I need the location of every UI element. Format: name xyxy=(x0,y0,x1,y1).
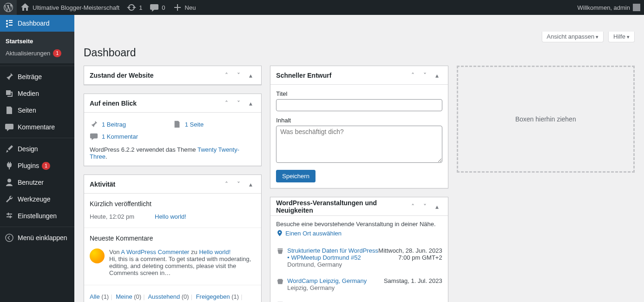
save-draft-button[interactable]: Speichern xyxy=(276,170,315,182)
draft-content-label: Inhalt xyxy=(276,117,442,124)
wp-logo[interactable] xyxy=(0,0,17,15)
pin-icon xyxy=(5,72,14,81)
event-title-link[interactable]: Strukturierte Daten für WordPress • WPMe… xyxy=(287,247,378,261)
submenu-updates[interactable]: Aktualisierungen 1 xyxy=(0,47,74,60)
draft-title-label: Titel xyxy=(276,90,442,97)
avatar-icon xyxy=(633,4,640,11)
bar-comments-link[interactable]: 0 xyxy=(146,0,169,15)
box-down-icon[interactable]: ˅ xyxy=(233,98,243,108)
updates-badge: 1 xyxy=(53,49,61,57)
welcome-text: Willkommen, admin xyxy=(578,4,630,11)
home-icon xyxy=(20,3,30,12)
comments-icon xyxy=(90,132,98,141)
box-toggle-icon[interactable]: ▴ xyxy=(245,70,256,81)
menu-comments[interactable]: Kommentare xyxy=(0,119,74,135)
recent-comments-heading: Neueste Kommentare xyxy=(90,233,256,245)
page-icon xyxy=(5,106,14,115)
box-down-icon[interactable]: ˅ xyxy=(233,179,243,189)
updates-count: 1 xyxy=(136,4,142,11)
commenter-link[interactable]: A WordPress Commenter xyxy=(121,248,189,255)
brush-icon xyxy=(5,144,14,154)
menu-tools[interactable]: Werkzeuge xyxy=(0,191,74,208)
glance-post: 1 Beitrag xyxy=(90,118,173,130)
new-content-link[interactable]: Neu xyxy=(169,0,200,15)
box-up-icon[interactable]: ˄ xyxy=(221,70,231,81)
filter-mine[interactable]: Meine xyxy=(116,293,132,300)
help-button[interactable]: Hilfe xyxy=(608,32,635,42)
glance-page-link[interactable]: 1 Seite xyxy=(185,121,204,128)
submenu-home[interactable]: Startseite xyxy=(0,35,74,47)
filter-pending[interactable]: Ausstehend xyxy=(148,293,180,300)
box-down-icon[interactable]: ˅ xyxy=(420,70,430,81)
new-label: Neu xyxy=(182,4,196,11)
admin-sidebar: Dashboard Startseite Aktualisierungen 1 … xyxy=(0,15,74,302)
site-name-link[interactable]: Ultimative Blogger-Meisterschaft xyxy=(17,0,123,15)
box-toggle-icon[interactable]: ▴ xyxy=(432,70,442,81)
activity-box: Aktivität ˄ ˅ ▴ Kürzlich veröffentlicht … xyxy=(84,174,262,302)
site-health-box: Zustand der Website ˄ ˅ ▴ xyxy=(84,66,262,85)
media-icon xyxy=(5,89,14,98)
draft-content-input[interactable] xyxy=(276,126,442,163)
publish-time: Heute, 12:02 pm xyxy=(90,213,155,220)
comment-excerpt: Hi, this is a comment. To get started wi… xyxy=(109,255,251,276)
menu-appearance[interactable]: Design xyxy=(0,141,74,157)
box-toggle-icon[interactable]: ▴ xyxy=(245,179,256,189)
plugins-badge: 1 xyxy=(42,162,50,170)
recent-post-link[interactable]: Hello world! xyxy=(155,213,186,220)
comment-on-post-link[interactable]: Hello world! xyxy=(199,248,230,255)
menu-plugins[interactable]: Plugins 1 xyxy=(0,157,74,174)
site-health-title: Zustand der Website xyxy=(90,72,221,79)
glance-comment-link[interactable]: 1 Kommentar xyxy=(102,133,138,140)
box-toggle-icon[interactable]: ▴ xyxy=(245,98,256,108)
location-icon xyxy=(276,229,283,237)
screen-options-button[interactable]: Ansicht anpassen xyxy=(542,32,604,42)
empty-dropzone[interactable]: Boxen hierhin ziehen xyxy=(457,66,635,173)
event-location: Leipzig, Germany xyxy=(287,284,384,291)
comments-icon xyxy=(150,3,159,12)
menu-collapse[interactable]: Menü einklappen xyxy=(0,229,74,246)
wrench-icon xyxy=(5,195,14,204)
event-location: Dortmund, Germany xyxy=(287,261,378,268)
events-title: WordPress-Veranstaltungen und Neuigkeite… xyxy=(276,199,407,214)
settings-icon xyxy=(5,211,14,221)
quick-draft-title: Schneller Entwurf xyxy=(276,72,407,79)
at-a-glance-box: Auf einen Blick ˄ ˅ ▴ 1 Beitrag xyxy=(84,94,262,166)
menu-pages[interactable]: Seiten xyxy=(0,102,74,119)
events-intro: Besuche eine bevorstehende Veranstaltung… xyxy=(276,221,442,228)
bar-comments-count: 0 xyxy=(159,4,165,11)
pin-icon xyxy=(90,120,98,128)
box-up-icon[interactable]: ˄ xyxy=(221,98,231,108)
glance-title: Auf einen Blick xyxy=(90,100,221,107)
admin-bar: Ultimative Blogger-Meisterschaft 1 0 Neu… xyxy=(0,0,644,15)
site-title: Ultimative Blogger-Meisterschaft xyxy=(30,4,119,11)
updates-link[interactable]: 1 xyxy=(123,0,146,15)
event-title-link[interactable]: WordCamp Leipzig, Germany xyxy=(287,277,367,284)
wordpress-icon xyxy=(4,3,13,12)
event-date: Samstag, 1. Jul. 2023 xyxy=(384,277,442,291)
box-toggle-icon[interactable]: ▴ xyxy=(432,201,442,212)
event-date: Mittwoch, 28. Jun. 20237:00 pm GMT+2 xyxy=(378,247,442,268)
svg-point-0 xyxy=(6,234,13,242)
location-picker[interactable]: Einen Ort auswählen xyxy=(276,229,442,237)
comments-icon xyxy=(5,122,14,132)
menu-users[interactable]: Benutzer xyxy=(0,174,74,191)
glance-post-link[interactable]: 1 Beitrag xyxy=(102,121,126,128)
menu-dashboard[interactable]: Dashboard xyxy=(0,15,74,32)
my-account[interactable]: Willkommen, admin xyxy=(574,0,644,15)
page-icon xyxy=(173,120,181,128)
box-up-icon[interactable]: ˄ xyxy=(408,70,418,81)
menu-settings[interactable]: Einstellungen xyxy=(0,208,74,224)
box-down-icon[interactable]: ˅ xyxy=(420,201,430,212)
wordcamp-icon xyxy=(276,277,287,291)
menu-posts[interactable]: Beiträge xyxy=(0,68,74,85)
filter-all[interactable]: Alle xyxy=(90,293,100,300)
filter-approved[interactable]: Freigegeben xyxy=(196,293,230,300)
box-up-icon[interactable]: ˄ xyxy=(408,201,418,212)
activity-title: Aktivität xyxy=(90,181,221,188)
quick-draft-box: Schneller Entwurf ˄ ˅ ▴ Titel Inhalt xyxy=(270,66,448,188)
box-down-icon[interactable]: ˅ xyxy=(233,70,243,81)
draft-title-input[interactable] xyxy=(276,99,442,111)
box-up-icon[interactable]: ˄ xyxy=(221,179,231,189)
menu-media[interactable]: Medien xyxy=(0,85,74,102)
commenter-avatar xyxy=(90,248,105,263)
